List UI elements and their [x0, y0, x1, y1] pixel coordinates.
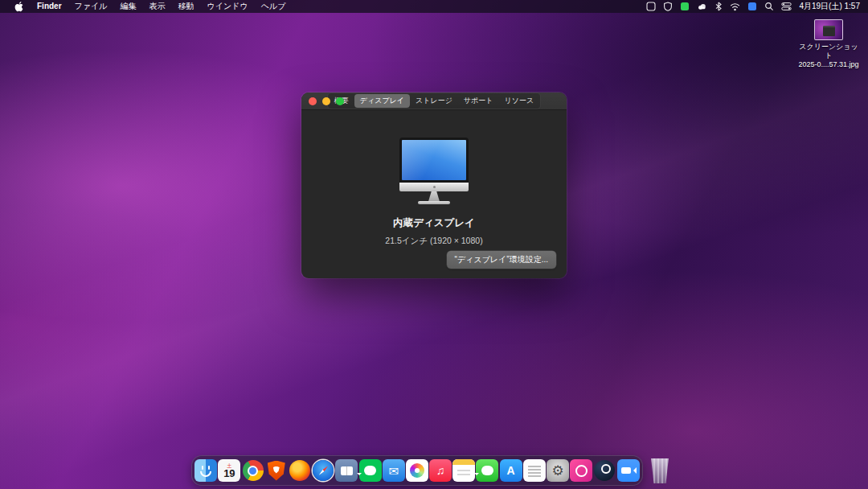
window-titlebar[interactable]: 概要 ディスプレイ ストレージ サポート リソース	[301, 92, 567, 110]
imac-display-icon	[399, 138, 469, 204]
apple-menu-icon[interactable]	[8, 1, 31, 12]
menu-item-file[interactable]: ファイル	[68, 0, 114, 13]
desktop-wallpaper: Finder ファイル 編集 表示 移動 ウインドウ ヘルプ	[0, 0, 868, 489]
safari-dock-icon[interactable]	[312, 459, 334, 482]
input-source-icon[interactable]	[646, 2, 656, 11]
menu-item-view[interactable]: 表示	[143, 0, 172, 13]
window-content: 内蔵ディスプレイ 21.5インチ (1920 × 1080) “ディスプレイ”環…	[301, 110, 567, 277]
chrome-dock-icon[interactable]	[242, 459, 264, 482]
music-dock-icon[interactable]	[429, 459, 452, 482]
photo-booth-dock-icon[interactable]	[570, 459, 592, 482]
screenshot-thumbnail[interactable]	[814, 19, 843, 40]
app-store-dock-icon[interactable]	[500, 459, 522, 482]
menu-bar-clock[interactable]: 4月19日(土) 1:57	[799, 1, 860, 12]
screenshot-filename: スクリーンショット 2025-0....57.31.jpg	[796, 43, 862, 68]
vpn-status-icon[interactable]	[680, 2, 690, 11]
about-this-mac-window: 概要 ディスプレイ ストレージ サポート リソース 内蔵ディスプレイ 21.5イ…	[301, 92, 567, 278]
brave-dock-icon[interactable]	[265, 459, 288, 482]
textedit-dock-icon[interactable]	[523, 459, 546, 482]
tab-support[interactable]: サポート	[458, 94, 499, 108]
minimize-button[interactable]	[322, 97, 330, 105]
calendar-day: 19	[223, 468, 235, 479]
imac-base	[418, 201, 450, 204]
bluetooth-icon[interactable]	[714, 2, 723, 11]
shield-icon[interactable]	[663, 2, 673, 11]
books-dock-icon[interactable]	[335, 459, 358, 482]
firefox-dock-icon[interactable]	[289, 459, 311, 482]
close-button[interactable]	[309, 97, 317, 105]
imac-chin	[399, 183, 469, 191]
zoom-dock-icon[interactable]	[617, 459, 640, 482]
system-preferences-dock-icon[interactable]	[547, 459, 569, 482]
trash-dock-icon[interactable]	[649, 458, 670, 483]
cloud-status-icon[interactable]	[697, 2, 707, 11]
screenshot-filename-line1: スクリーンショット	[796, 43, 862, 60]
fullscreen-button[interactable]	[336, 97, 344, 105]
menu-item-finder[interactable]: Finder	[31, 0, 68, 13]
display-preferences-button[interactable]: “ディスプレイ”環境設定...	[447, 251, 556, 269]
notes-dock-icon[interactable]	[452, 459, 475, 482]
blue-app-status-icon[interactable]	[747, 2, 757, 11]
menu-item-edit[interactable]: 編集	[114, 0, 143, 13]
traffic-lights	[309, 97, 344, 105]
control-center-icon[interactable]	[781, 2, 792, 11]
photos-dock-icon[interactable]	[406, 459, 428, 482]
menu-item-help[interactable]: ヘルプ	[255, 0, 293, 13]
wifi-icon[interactable]	[730, 2, 740, 11]
imac-stand	[427, 191, 441, 201]
spotlight-icon[interactable]	[764, 2, 774, 11]
display-name: 内蔵ディスプレイ	[393, 216, 475, 230]
tab-displays[interactable]: ディスプレイ	[354, 94, 410, 108]
menu-item-window[interactable]: ウインドウ	[201, 0, 255, 13]
tab-storage[interactable]: ストレージ	[410, 94, 458, 108]
messages-dock-icon[interactable]	[476, 459, 498, 482]
display-spec: 21.5インチ (1920 × 1080)	[385, 236, 482, 247]
menu-bar: Finder ファイル 編集 表示 移動 ウインドウ ヘルプ	[0, 0, 868, 13]
menu-item-go[interactable]: 移動	[172, 0, 201, 13]
window-tab-bar: 概要 ディスプレイ ストレージ サポート リソース	[327, 92, 541, 109]
mail-dock-icon[interactable]	[383, 459, 405, 482]
steam-dock-icon[interactable]	[593, 459, 616, 482]
imac-screen	[399, 138, 469, 183]
menu-bar-status-area: 4月19日(土) 1:57	[646, 1, 868, 12]
finder-dock-icon[interactable]	[194, 459, 217, 482]
dock: 土 19	[191, 455, 643, 486]
calendar-dock-icon[interactable]: 土 19	[218, 459, 240, 482]
imac-logo-dot	[433, 186, 436, 188]
screenshot-filename-line2: 2025-0....57.31.jpg	[796, 60, 862, 69]
tab-resources[interactable]: リソース	[499, 94, 540, 108]
desktop-screenshot-file[interactable]: スクリーンショット 2025-0....57.31.jpg	[796, 19, 862, 68]
line-dock-icon[interactable]	[359, 459, 382, 482]
